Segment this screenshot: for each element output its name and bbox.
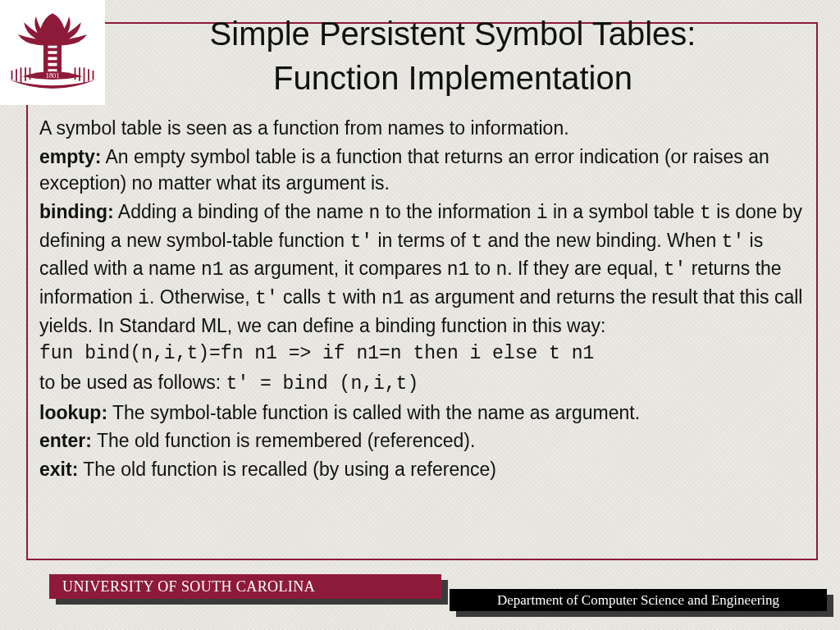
department-name: Department of Computer Science and Engin…: [497, 592, 779, 609]
university-name: UNIVERSITY OF SOUTH CAROLINA: [62, 578, 315, 596]
empty-item: empty: An empty symbol table is a functi…: [39, 144, 807, 197]
usage-line: to be used as follows: t' = bind (n,i,t): [39, 369, 807, 398]
title-line-2: Function Implementation: [273, 60, 632, 96]
lookup-item: lookup: The symbol-table function is cal…: [39, 399, 807, 427]
lookup-label: lookup:: [39, 402, 107, 423]
svg-text:1801: 1801: [46, 72, 60, 80]
binding-item: binding: Adding a binding of the name n …: [39, 199, 807, 339]
slide-title: Simple Persistent Symbol Tables: Functio…: [98, 11, 807, 100]
footer-university: UNIVERSITY OF SOUTH CAROLINA: [49, 574, 441, 599]
empty-label: empty:: [39, 146, 101, 167]
code-line: fun bind(n,i,t)=fn n1 => if n1=n then i …: [39, 340, 807, 368]
palmetto-tree-icon: 1801: [7, 7, 98, 98]
exit-item: exit: The old function is recalled (by u…: [39, 456, 807, 483]
title-line-1: Simple Persistent Symbol Tables:: [210, 16, 696, 52]
enter-label: enter:: [39, 430, 92, 451]
intro-text: A symbol table is seen as a function fro…: [39, 115, 807, 142]
university-logo: 1801: [0, 0, 105, 105]
enter-item: enter: The old function is remembered (r…: [39, 427, 807, 454]
footer-department: Department of Computer Science and Engin…: [450, 589, 827, 611]
slide-body: A symbol table is seen as a function fro…: [39, 115, 807, 485]
empty-text: An empty symbol table is a function that…: [39, 146, 769, 194]
exit-label: exit:: [39, 459, 78, 480]
binding-label: binding:: [39, 201, 114, 222]
